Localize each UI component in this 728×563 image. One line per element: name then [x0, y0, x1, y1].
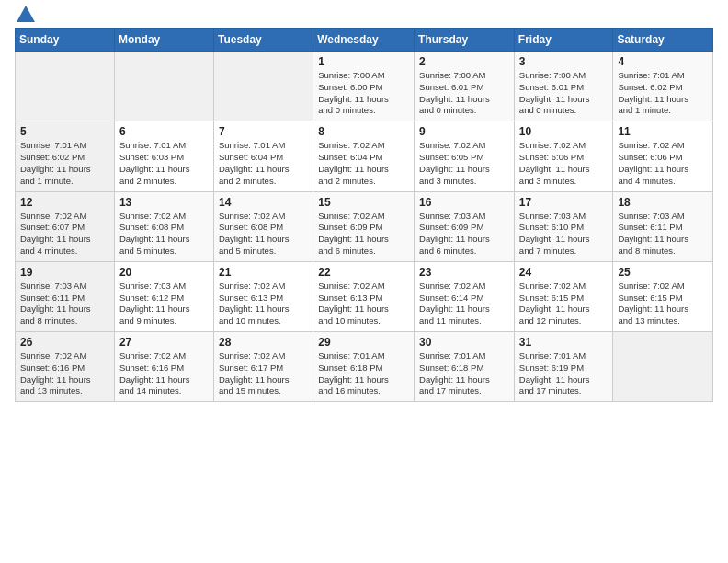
day-number: 28 [219, 336, 308, 349]
day-number: 21 [219, 266, 308, 279]
day-info: Sunrise: 7:03 AM Sunset: 6:10 PM Dayligh… [519, 211, 609, 258]
day-number: 24 [519, 266, 609, 279]
day-info: Sunrise: 7:02 AM Sunset: 6:05 PM Dayligh… [419, 140, 509, 187]
day-cell: 26Sunrise: 7:02 AM Sunset: 6:16 PM Dayli… [16, 332, 115, 402]
day-info: Sunrise: 7:02 AM Sunset: 6:04 PM Dayligh… [318, 140, 409, 187]
day-info: Sunrise: 7:00 AM Sunset: 6:00 PM Dayligh… [318, 70, 409, 117]
header [15, 9, 713, 22]
day-info: Sunrise: 7:02 AM Sunset: 6:16 PM Dayligh… [20, 350, 109, 397]
day-cell: 1Sunrise: 7:00 AM Sunset: 6:00 PM Daylig… [313, 52, 415, 121]
logo [15, 9, 35, 22]
day-cell: 10Sunrise: 7:02 AM Sunset: 6:06 PM Dayli… [514, 121, 613, 191]
day-number: 29 [318, 336, 409, 349]
day-cell: 8Sunrise: 7:02 AM Sunset: 6:04 PM Daylig… [313, 121, 415, 191]
day-info: Sunrise: 7:02 AM Sunset: 6:17 PM Dayligh… [219, 350, 308, 397]
day-cell: 29Sunrise: 7:01 AM Sunset: 6:18 PM Dayli… [313, 332, 415, 402]
day-cell: 25Sunrise: 7:02 AM Sunset: 6:15 PM Dayli… [613, 261, 713, 331]
day-info: Sunrise: 7:02 AM Sunset: 6:08 PM Dayligh… [219, 211, 308, 258]
week-row-2: 5Sunrise: 7:01 AM Sunset: 6:02 PM Daylig… [16, 121, 713, 191]
day-number: 30 [419, 336, 509, 349]
day-number: 7 [219, 125, 308, 138]
day-number: 14 [219, 196, 308, 209]
weekday-tuesday: Tuesday [213, 29, 313, 52]
weekday-saturday: Saturday [613, 29, 713, 52]
day-number: 10 [519, 125, 609, 138]
week-row-5: 26Sunrise: 7:02 AM Sunset: 6:16 PM Dayli… [16, 332, 713, 402]
weekday-friday: Friday [514, 29, 613, 52]
day-number: 20 [119, 266, 209, 279]
day-number: 15 [318, 196, 409, 209]
day-number: 13 [119, 196, 209, 209]
day-cell [613, 332, 713, 402]
day-cell: 18Sunrise: 7:03 AM Sunset: 6:11 PM Dayli… [613, 191, 713, 261]
day-info: Sunrise: 7:02 AM Sunset: 6:06 PM Dayligh… [618, 140, 708, 187]
day-info: Sunrise: 7:02 AM Sunset: 6:06 PM Dayligh… [519, 140, 609, 187]
day-cell: 19Sunrise: 7:03 AM Sunset: 6:11 PM Dayli… [16, 261, 115, 331]
day-cell: 28Sunrise: 7:02 AM Sunset: 6:17 PM Dayli… [213, 332, 313, 402]
logo-triangle-icon [17, 6, 35, 22]
day-cell: 14Sunrise: 7:02 AM Sunset: 6:08 PM Dayli… [213, 191, 313, 261]
day-info: Sunrise: 7:03 AM Sunset: 6:09 PM Dayligh… [419, 211, 509, 258]
day-number: 26 [20, 336, 109, 349]
day-cell: 22Sunrise: 7:02 AM Sunset: 6:13 PM Dayli… [313, 261, 415, 331]
day-cell: 5Sunrise: 7:01 AM Sunset: 6:02 PM Daylig… [16, 121, 115, 191]
day-number: 23 [419, 266, 509, 279]
calendar-table: SundayMondayTuesdayWednesdayThursdayFrid… [15, 28, 713, 402]
day-cell: 31Sunrise: 7:01 AM Sunset: 6:19 PM Dayli… [514, 332, 613, 402]
day-cell: 12Sunrise: 7:02 AM Sunset: 6:07 PM Dayli… [16, 191, 115, 261]
day-cell: 27Sunrise: 7:02 AM Sunset: 6:16 PM Dayli… [114, 332, 213, 402]
day-cell: 9Sunrise: 7:02 AM Sunset: 6:05 PM Daylig… [415, 121, 515, 191]
day-info: Sunrise: 7:03 AM Sunset: 6:11 PM Dayligh… [20, 281, 109, 327]
day-cell: 30Sunrise: 7:01 AM Sunset: 6:18 PM Dayli… [415, 332, 515, 402]
day-number: 4 [618, 55, 708, 68]
day-info: Sunrise: 7:02 AM Sunset: 6:13 PM Dayligh… [318, 281, 409, 327]
day-info: Sunrise: 7:02 AM Sunset: 6:07 PM Dayligh… [20, 211, 109, 258]
day-cell [114, 52, 213, 121]
day-cell: 4Sunrise: 7:01 AM Sunset: 6:02 PM Daylig… [613, 52, 713, 121]
day-info: Sunrise: 7:02 AM Sunset: 6:08 PM Dayligh… [119, 211, 209, 258]
weekday-thursday: Thursday [415, 29, 515, 52]
day-cell: 24Sunrise: 7:02 AM Sunset: 6:15 PM Dayli… [514, 261, 613, 331]
day-info: Sunrise: 7:02 AM Sunset: 6:09 PM Dayligh… [318, 211, 409, 258]
day-number: 12 [20, 196, 109, 209]
day-number: 19 [20, 266, 109, 279]
day-cell: 2Sunrise: 7:00 AM Sunset: 6:01 PM Daylig… [415, 52, 515, 121]
day-cell [16, 52, 115, 121]
day-number: 18 [618, 196, 708, 209]
weekday-sunday: Sunday [16, 29, 115, 52]
day-number: 16 [419, 196, 509, 209]
day-number: 8 [318, 125, 409, 138]
day-cell: 3Sunrise: 7:00 AM Sunset: 6:01 PM Daylig… [514, 52, 613, 121]
week-row-4: 19Sunrise: 7:03 AM Sunset: 6:11 PM Dayli… [16, 261, 713, 331]
day-info: Sunrise: 7:01 AM Sunset: 6:02 PM Dayligh… [20, 140, 109, 187]
day-cell: 20Sunrise: 7:03 AM Sunset: 6:12 PM Dayli… [114, 261, 213, 331]
day-number: 22 [318, 266, 409, 279]
day-cell: 11Sunrise: 7:02 AM Sunset: 6:06 PM Dayli… [613, 121, 713, 191]
day-number: 17 [519, 196, 609, 209]
day-cell: 15Sunrise: 7:02 AM Sunset: 6:09 PM Dayli… [313, 191, 415, 261]
day-info: Sunrise: 7:01 AM Sunset: 6:18 PM Dayligh… [419, 350, 509, 397]
day-number: 27 [119, 336, 209, 349]
day-cell: 17Sunrise: 7:03 AM Sunset: 6:10 PM Dayli… [514, 191, 613, 261]
week-row-3: 12Sunrise: 7:02 AM Sunset: 6:07 PM Dayli… [16, 191, 713, 261]
day-cell: 13Sunrise: 7:02 AM Sunset: 6:08 PM Dayli… [114, 191, 213, 261]
day-number: 5 [20, 125, 109, 138]
day-cell: 16Sunrise: 7:03 AM Sunset: 6:09 PM Dayli… [415, 191, 515, 261]
day-cell [213, 52, 313, 121]
day-info: Sunrise: 7:01 AM Sunset: 6:02 PM Dayligh… [618, 70, 708, 117]
day-info: Sunrise: 7:03 AM Sunset: 6:12 PM Dayligh… [119, 281, 209, 327]
day-info: Sunrise: 7:00 AM Sunset: 6:01 PM Dayligh… [419, 70, 509, 117]
day-info: Sunrise: 7:02 AM Sunset: 6:16 PM Dayligh… [119, 350, 209, 397]
day-info: Sunrise: 7:01 AM Sunset: 6:18 PM Dayligh… [318, 350, 409, 397]
day-number: 9 [419, 125, 509, 138]
day-info: Sunrise: 7:01 AM Sunset: 6:03 PM Dayligh… [119, 140, 209, 187]
day-info: Sunrise: 7:01 AM Sunset: 6:04 PM Dayligh… [219, 140, 308, 187]
weekday-monday: Monday [114, 29, 213, 52]
day-cell: 23Sunrise: 7:02 AM Sunset: 6:14 PM Dayli… [415, 261, 515, 331]
day-info: Sunrise: 7:03 AM Sunset: 6:11 PM Dayligh… [618, 211, 708, 258]
day-number: 1 [318, 55, 409, 68]
page: SundayMondayTuesdayWednesdayThursdayFrid… [0, 0, 728, 563]
day-info: Sunrise: 7:02 AM Sunset: 6:13 PM Dayligh… [219, 281, 308, 327]
day-info: Sunrise: 7:01 AM Sunset: 6:19 PM Dayligh… [519, 350, 609, 397]
day-number: 6 [119, 125, 209, 138]
